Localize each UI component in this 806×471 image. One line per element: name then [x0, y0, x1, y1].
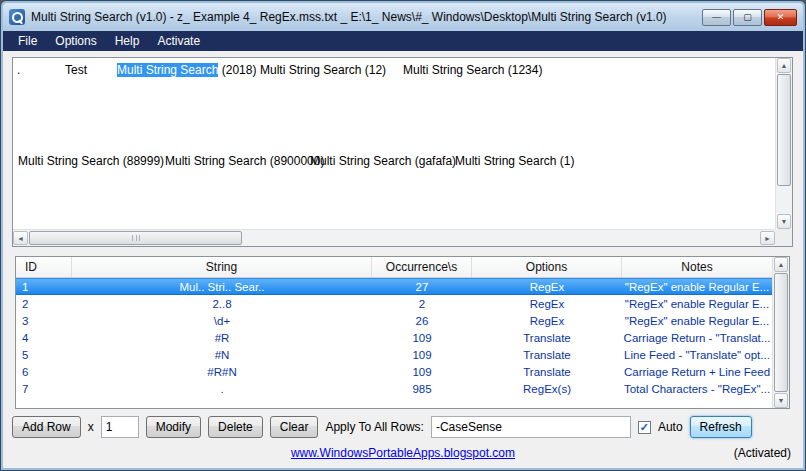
row-count-input[interactable]	[101, 416, 139, 438]
cell-options: Translate	[472, 329, 622, 346]
title-bar[interactable]: Multi String Search (v1.0) - z_ Example …	[3, 3, 803, 31]
cell-options: RegEx	[472, 279, 622, 294]
cell-notes: Carriage Return + Line Feed	[622, 363, 772, 380]
scroll-up-icon[interactable]: ▲	[777, 58, 791, 73]
table-row[interactable]: 3 \d+ 26 RegEx "RegEx" enable Regular E.…	[16, 312, 772, 329]
cell-id: 5	[16, 346, 72, 363]
cell-notes: Carriage Return - "Translat...	[622, 329, 772, 346]
cell-options: Translate	[472, 346, 622, 363]
clear-button[interactable]: Clear	[270, 416, 319, 438]
cell-string: .	[72, 380, 372, 397]
table-header-row: ID String Occurrence\s Options Notes	[16, 257, 772, 278]
activation-status: (Activated)	[734, 446, 791, 460]
column-header-options[interactable]: Options	[472, 257, 622, 277]
editor-token: Multi String Search (gafafa)	[310, 154, 456, 168]
cell-notes: "RegEx" enable Regular E...	[622, 295, 772, 312]
table-row[interactable]: 4 #R 109 Translate Carriage Return - "Tr…	[16, 329, 772, 346]
cell-id: 4	[16, 329, 72, 346]
menu-options[interactable]: Options	[46, 31, 105, 51]
editor-token: Multi String Search (1)	[455, 154, 574, 168]
editor-token: Test	[65, 63, 87, 77]
cell-notes: "RegEx" enable Regular E...	[622, 312, 772, 329]
auto-checkbox-label: Auto	[658, 420, 683, 434]
scroll-up-icon[interactable]: ▲	[774, 257, 788, 272]
cell-id: 6	[16, 363, 72, 380]
editor-vertical-scrollbar[interactable]: ▲ ▼	[775, 58, 792, 229]
table-row[interactable]: 5 #N 109 Translate Line Feed - "Translat…	[16, 346, 772, 363]
vscroll-thumb[interactable]	[774, 273, 788, 392]
close-button[interactable]: ✕	[764, 9, 797, 26]
cell-occurrences: 26	[372, 312, 472, 329]
menu-file[interactable]: File	[9, 31, 46, 51]
text-editor[interactable]: . Test Multi String Search (2018) Multi …	[13, 58, 775, 229]
cell-occurrences: 109	[372, 363, 472, 380]
scroll-left-icon[interactable]: ◄	[13, 231, 28, 245]
column-header-notes[interactable]: Notes	[622, 257, 772, 277]
controls-bar: Add Row x Modify Delete Clear Apply To A…	[12, 415, 794, 439]
add-row-button[interactable]: Add Row	[12, 416, 81, 438]
table-row[interactable]: 2 2..8 2 RegEx "RegEx" enable Regular E.…	[16, 295, 772, 312]
cell-id: 7	[16, 380, 72, 397]
delete-button[interactable]: Delete	[208, 416, 263, 438]
vscroll-thumb[interactable]	[777, 74, 791, 186]
table-row[interactable]: 1 Mul.. Stri.. Sear.. 27 RegEx "RegEx" e…	[16, 278, 772, 295]
column-header-id[interactable]: ID	[16, 257, 72, 277]
table-vertical-scrollbar[interactable]: ▲ ▼	[772, 257, 789, 408]
multiplier-label: x	[88, 420, 94, 434]
cell-id: 3	[16, 312, 72, 329]
cell-string: #R	[72, 329, 372, 346]
cell-string: 2..8	[72, 295, 372, 312]
footer: www.WindowsPortableApps.blogspot.com (Ac…	[3, 443, 803, 465]
hscroll-grip-icon	[132, 235, 140, 241]
scroll-down-icon[interactable]: ▼	[774, 393, 788, 408]
hscroll-thumb[interactable]	[29, 231, 242, 245]
cell-options: RegEx(s)	[472, 380, 622, 397]
selected-text: Multi String Search	[117, 63, 218, 77]
cell-occurrences: 2	[372, 295, 472, 312]
editor-token: Multi String Search (2018)	[117, 63, 256, 77]
modify-button[interactable]: Modify	[146, 416, 201, 438]
cell-occurrences: 109	[372, 346, 472, 363]
website-link[interactable]: www.WindowsPortableApps.blogspot.com	[291, 446, 515, 460]
maximize-button[interactable]: ▢	[733, 9, 762, 26]
cell-occurrences: 985	[372, 380, 472, 397]
editor-token: Multi String Search (88999)	[18, 154, 164, 168]
auto-checkbox[interactable]: ✓	[638, 421, 651, 434]
table-row[interactable]: 6 #R#N 109 Translate Carriage Return + L…	[16, 363, 772, 380]
scroll-right-icon[interactable]: ►	[760, 231, 775, 245]
editor-token: (2018)	[218, 63, 256, 77]
client-area: . Test Multi String Search (2018) Multi …	[3, 51, 803, 468]
column-header-string[interactable]: String	[72, 257, 372, 277]
cell-string: #R#N	[72, 363, 372, 380]
menu-bar: File Options Help Activate	[3, 31, 803, 51]
cell-notes: Line Feed - "Translate" opt...	[622, 346, 772, 363]
menu-activate[interactable]: Activate	[148, 31, 209, 51]
scrollbar-corner	[775, 229, 792, 246]
results-table: ID String Occurrence\s Options Notes 1 M…	[15, 256, 790, 409]
cell-notes: "RegEx" enable Regular E...	[622, 279, 772, 294]
app-icon[interactable]	[9, 9, 25, 25]
apply-to-all-rows-input[interactable]	[431, 416, 631, 438]
results-table-body: ID String Occurrence\s Options Notes 1 M…	[16, 257, 772, 408]
cell-options: RegEx	[472, 312, 622, 329]
cell-string: #N	[72, 346, 372, 363]
menu-help[interactable]: Help	[106, 31, 149, 51]
cell-occurrences: 109	[372, 329, 472, 346]
column-header-occurrences[interactable]: Occurrence\s	[372, 257, 472, 277]
editor-token: Multi String Search (8900000)	[165, 154, 324, 168]
minimize-button[interactable]: —	[702, 9, 731, 26]
table-row[interactable]: 7 . 985 RegEx(s) Total Characters - "Reg…	[16, 380, 772, 397]
cell-options: RegEx	[472, 295, 622, 312]
editor-token: Multi String Search (12)	[260, 63, 386, 77]
window-controls: — ▢ ✕	[702, 9, 797, 26]
cell-notes: Total Characters - "RegEx"...	[622, 380, 772, 397]
editor-horizontal-scrollbar[interactable]: ◄ ►	[13, 229, 775, 246]
text-editor-panel: . Test Multi String Search (2018) Multi …	[12, 57, 793, 247]
editor-token: .	[17, 63, 20, 77]
cell-occurrences: 27	[372, 279, 472, 294]
window-title: Multi String Search (v1.0) - z_ Example …	[31, 10, 696, 24]
apply-to-all-rows-label: Apply To All Rows:	[325, 420, 424, 434]
refresh-button[interactable]: Refresh	[690, 416, 752, 438]
editor-token: Multi String Search (1234)	[403, 63, 542, 77]
scroll-down-icon[interactable]: ▼	[777, 214, 791, 229]
